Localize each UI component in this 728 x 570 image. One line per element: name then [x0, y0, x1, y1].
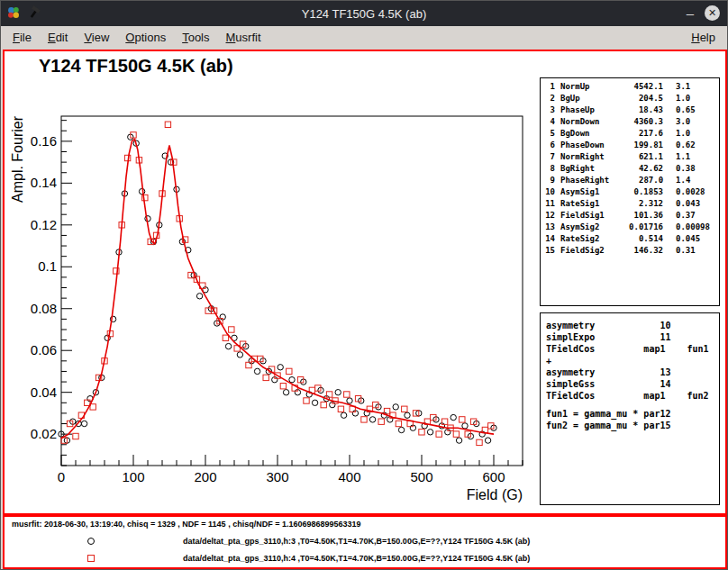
y-tick-label: 0.16	[31, 133, 57, 149]
param-val: 199.81	[609, 140, 663, 151]
theory-line: +	[546, 355, 714, 366]
series-circles	[59, 134, 496, 443]
param-name: FieldSig2	[560, 245, 609, 257]
param-val: 0.514	[609, 233, 663, 245]
param-err: 0.38	[676, 163, 715, 175]
param-err: 3.0	[676, 116, 715, 128]
menu-options[interactable]: Options	[117, 28, 174, 47]
param-name: PhaseDown	[560, 140, 609, 151]
param-name: RateSig2	[560, 233, 609, 245]
param-row: 14RateSig20.5140.045	[544, 233, 715, 245]
titlebar: Y124 TF150G 4.5K (ab) – ✕	[1, 1, 727, 26]
param-err: 1.0	[676, 93, 715, 104]
param-name: AsymSig1	[560, 186, 609, 198]
param-val: 287.0	[609, 175, 663, 186]
legend-label: data/deltat_pta_gps_3110,h:3 ,T0=4.50K,T…	[183, 537, 530, 546]
theory-line: simpleGss 14	[546, 378, 714, 390]
param-err: 0.0028	[676, 186, 715, 198]
param-no: 10	[544, 186, 555, 198]
param-name: BgDown	[560, 128, 609, 140]
param-err: 3.1	[676, 81, 715, 93]
param-row: 5BgDown217.61.0	[544, 128, 715, 140]
param-row: 4NormDown4360.33.0	[544, 116, 715, 128]
x-tick-label: 500	[410, 469, 432, 484]
param-no: 13	[544, 222, 555, 233]
theory-line: fun1 = gamma_mu * par12	[546, 408, 714, 420]
param-row: 12FieldSig1101.360.37	[544, 210, 715, 222]
param-row: 6PhaseDown199.810.62	[544, 140, 715, 151]
y-axis-title: Ampl. Fourier	[10, 115, 25, 203]
window-controls: – ✕	[687, 5, 720, 21]
param-row: 15FieldSig2146.320.31	[544, 245, 715, 257]
param-name: PhaseUp	[560, 104, 609, 116]
param-val: 146.32	[609, 245, 663, 257]
param-row: 9PhaseRight287.01.4	[544, 175, 715, 186]
param-no: 1	[544, 81, 555, 93]
param-no: 12	[544, 210, 555, 222]
theory-panel: asymmetry 10simplExpo 11TFieldCos map1 f…	[540, 312, 720, 505]
window-title: Y124 TF150G 4.5K (ab)	[302, 7, 427, 21]
param-no: 3	[544, 104, 555, 116]
minimize-button[interactable]: –	[687, 5, 694, 21]
app-window: Y124 TF150G 4.5K (ab) – ✕ FileEditViewOp…	[0, 0, 728, 570]
param-name: NormRight	[560, 151, 609, 163]
legend-marker-square-icon	[87, 555, 95, 562]
param-no: 6	[544, 140, 555, 151]
param-name: RateSig1	[560, 198, 609, 210]
param-row: 13AsymSig20.017160.00098	[544, 222, 715, 233]
y-tick-label: 0.1	[38, 258, 57, 274]
param-no: 11	[544, 198, 555, 210]
menu-musrfit[interactable]: Musrfit	[218, 28, 269, 47]
menu-edit[interactable]: Edit	[40, 28, 76, 47]
x-tick-label: 300	[266, 469, 288, 484]
param-no: 5	[544, 128, 555, 140]
y-tick-label: 0.12	[31, 217, 57, 232]
param-val: 217.6	[609, 128, 663, 140]
legend-marker-circle-icon	[87, 538, 95, 545]
param-val: 621.1	[609, 151, 663, 163]
param-name: BgRight	[560, 163, 609, 175]
y-tick-label: 0.04	[31, 385, 57, 400]
x-tick-label: 100	[122, 469, 144, 484]
param-name: PhaseRight	[560, 175, 609, 186]
legend-label: data/deltat_pta_gps_3110,h:4 ,T0=4.50K,T…	[183, 554, 530, 563]
fit-info-text: musrfit: 2018-06-30, 13:19:40, chisq = 1…	[12, 520, 360, 529]
param-err: 0.62	[676, 140, 715, 151]
param-err: 0.043	[676, 198, 715, 210]
x-tick-label: 200	[194, 469, 216, 484]
menu-file[interactable]: File	[5, 28, 40, 47]
param-row: 2BgUp204.51.0	[544, 93, 715, 104]
param-val: 4360.3	[609, 116, 663, 128]
param-no: 2	[544, 93, 555, 104]
param-err: 1.4	[676, 175, 715, 186]
param-row: 3PhaseUp18.430.65	[544, 104, 715, 116]
param-val: 0.1853	[609, 186, 663, 198]
menu-help[interactable]: Help	[683, 28, 723, 47]
root-canvas[interactable]: Y124 TF150G 4.5K (ab) 010020030040050060…	[3, 50, 727, 515]
param-val: 18.43	[609, 104, 663, 116]
param-err: 0.00098	[676, 222, 715, 233]
hammer-icon	[27, 5, 41, 20]
param-val: 0.01716	[609, 222, 663, 233]
param-row: 1NormUp4542.13.1	[544, 81, 715, 93]
y-tick-label: 0.14	[31, 175, 57, 190]
menu-view[interactable]: View	[76, 28, 117, 47]
param-err: 0.65	[676, 104, 715, 116]
param-val: 2.312	[609, 198, 663, 210]
parameter-panel: 1NormUp4542.13.12BgUp204.51.03PhaseUp18.…	[540, 77, 720, 306]
param-val: 42.62	[609, 163, 663, 175]
app-icon	[6, 5, 21, 20]
x-tick-label: 400	[338, 469, 360, 484]
menu-tools[interactable]: Tools	[174, 28, 217, 47]
y-tick-label: 0.08	[31, 301, 57, 316]
menubar: FileEditViewOptionsToolsMusrfit Help	[1, 26, 727, 49]
param-no: 14	[544, 233, 555, 245]
y-tick-label: 0.02	[31, 426, 57, 441]
theory-line: TFieldCos map1 fun1	[546, 343, 714, 355]
param-err: 1.1	[676, 151, 715, 163]
plot-area[interactable]: 01002003004005006000.020.040.060.080.10.…	[5, 51, 538, 513]
param-val: 204.5	[609, 93, 663, 104]
param-name: AsymSig2	[560, 222, 609, 233]
param-no: 7	[544, 151, 555, 163]
close-button[interactable]: ✕	[705, 5, 720, 21]
